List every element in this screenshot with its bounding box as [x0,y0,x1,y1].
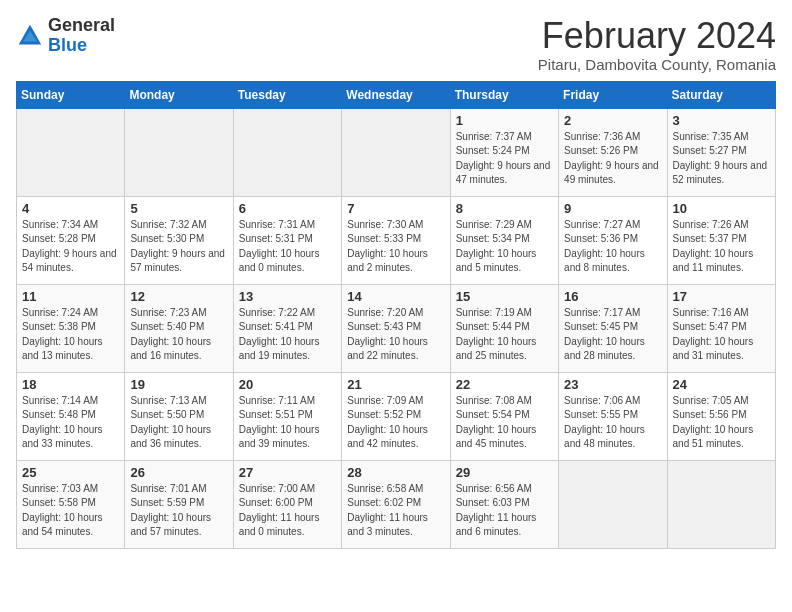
day-info: Sunrise: 7:22 AM Sunset: 5:41 PM Dayligh… [239,306,336,364]
day-info: Sunrise: 7:03 AM Sunset: 5:58 PM Dayligh… [22,482,119,540]
day-number: 16 [564,289,661,304]
calendar-cell: 12Sunrise: 7:23 AM Sunset: 5:40 PM Dayli… [125,284,233,372]
logo: General Blue [16,16,115,56]
calendar-cell: 5Sunrise: 7:32 AM Sunset: 5:30 PM Daylig… [125,196,233,284]
calendar-table: SundayMondayTuesdayWednesdayThursdayFrid… [16,81,776,549]
day-number: 17 [673,289,770,304]
day-info: Sunrise: 7:30 AM Sunset: 5:33 PM Dayligh… [347,218,444,276]
day-info: Sunrise: 7:31 AM Sunset: 5:31 PM Dayligh… [239,218,336,276]
day-info: Sunrise: 7:08 AM Sunset: 5:54 PM Dayligh… [456,394,553,452]
day-number: 27 [239,465,336,480]
calendar-cell: 26Sunrise: 7:01 AM Sunset: 5:59 PM Dayli… [125,460,233,548]
day-info: Sunrise: 7:11 AM Sunset: 5:51 PM Dayligh… [239,394,336,452]
day-number: 2 [564,113,661,128]
calendar-cell: 7Sunrise: 7:30 AM Sunset: 5:33 PM Daylig… [342,196,450,284]
calendar-cell: 28Sunrise: 6:58 AM Sunset: 6:02 PM Dayli… [342,460,450,548]
page-header: General Blue February 2024 Pitaru, Dambo… [16,16,776,73]
day-number: 15 [456,289,553,304]
day-info: Sunrise: 6:56 AM Sunset: 6:03 PM Dayligh… [456,482,553,540]
day-number: 11 [22,289,119,304]
calendar-cell: 15Sunrise: 7:19 AM Sunset: 5:44 PM Dayli… [450,284,558,372]
calendar-cell: 27Sunrise: 7:00 AM Sunset: 6:00 PM Dayli… [233,460,341,548]
calendar-header: SundayMondayTuesdayWednesdayThursdayFrid… [17,81,776,108]
weekday-header-saturday: Saturday [667,81,775,108]
calendar-cell [342,108,450,196]
calendar-cell: 22Sunrise: 7:08 AM Sunset: 5:54 PM Dayli… [450,372,558,460]
calendar-cell: 24Sunrise: 7:05 AM Sunset: 5:56 PM Dayli… [667,372,775,460]
day-info: Sunrise: 7:13 AM Sunset: 5:50 PM Dayligh… [130,394,227,452]
calendar-cell: 3Sunrise: 7:35 AM Sunset: 5:27 PM Daylig… [667,108,775,196]
calendar-cell: 16Sunrise: 7:17 AM Sunset: 5:45 PM Dayli… [559,284,667,372]
day-number: 5 [130,201,227,216]
day-info: Sunrise: 7:00 AM Sunset: 6:00 PM Dayligh… [239,482,336,540]
calendar-cell: 17Sunrise: 7:16 AM Sunset: 5:47 PM Dayli… [667,284,775,372]
day-info: Sunrise: 7:14 AM Sunset: 5:48 PM Dayligh… [22,394,119,452]
calendar-cell: 11Sunrise: 7:24 AM Sunset: 5:38 PM Dayli… [17,284,125,372]
day-number: 9 [564,201,661,216]
day-number: 23 [564,377,661,392]
day-number: 10 [673,201,770,216]
logo-icon [16,22,44,50]
day-number: 29 [456,465,553,480]
calendar-cell: 8Sunrise: 7:29 AM Sunset: 5:34 PM Daylig… [450,196,558,284]
calendar-week-row: 25Sunrise: 7:03 AM Sunset: 5:58 PM Dayli… [17,460,776,548]
calendar-cell [667,460,775,548]
calendar-cell: 4Sunrise: 7:34 AM Sunset: 5:28 PM Daylig… [17,196,125,284]
calendar-cell: 20Sunrise: 7:11 AM Sunset: 5:51 PM Dayli… [233,372,341,460]
weekday-header-wednesday: Wednesday [342,81,450,108]
day-number: 20 [239,377,336,392]
day-info: Sunrise: 7:27 AM Sunset: 5:36 PM Dayligh… [564,218,661,276]
calendar-week-row: 11Sunrise: 7:24 AM Sunset: 5:38 PM Dayli… [17,284,776,372]
calendar-body: 1Sunrise: 7:37 AM Sunset: 5:24 PM Daylig… [17,108,776,548]
calendar-cell: 10Sunrise: 7:26 AM Sunset: 5:37 PM Dayli… [667,196,775,284]
calendar-cell: 29Sunrise: 6:56 AM Sunset: 6:03 PM Dayli… [450,460,558,548]
day-number: 21 [347,377,444,392]
day-info: Sunrise: 7:01 AM Sunset: 5:59 PM Dayligh… [130,482,227,540]
calendar-cell: 23Sunrise: 7:06 AM Sunset: 5:55 PM Dayli… [559,372,667,460]
day-number: 13 [239,289,336,304]
weekday-header-thursday: Thursday [450,81,558,108]
calendar-subtitle: Pitaru, Dambovita County, Romania [538,56,776,73]
day-info: Sunrise: 7:24 AM Sunset: 5:38 PM Dayligh… [22,306,119,364]
day-number: 28 [347,465,444,480]
day-info: Sunrise: 7:06 AM Sunset: 5:55 PM Dayligh… [564,394,661,452]
day-number: 14 [347,289,444,304]
day-number: 18 [22,377,119,392]
day-number: 26 [130,465,227,480]
calendar-week-row: 4Sunrise: 7:34 AM Sunset: 5:28 PM Daylig… [17,196,776,284]
calendar-week-row: 18Sunrise: 7:14 AM Sunset: 5:48 PM Dayli… [17,372,776,460]
calendar-cell: 9Sunrise: 7:27 AM Sunset: 5:36 PM Daylig… [559,196,667,284]
calendar-cell: 2Sunrise: 7:36 AM Sunset: 5:26 PM Daylig… [559,108,667,196]
logo-general: General [48,16,115,36]
calendar-cell: 25Sunrise: 7:03 AM Sunset: 5:58 PM Dayli… [17,460,125,548]
day-info: Sunrise: 7:36 AM Sunset: 5:26 PM Dayligh… [564,130,661,188]
calendar-cell: 13Sunrise: 7:22 AM Sunset: 5:41 PM Dayli… [233,284,341,372]
day-info: Sunrise: 7:37 AM Sunset: 5:24 PM Dayligh… [456,130,553,188]
day-number: 8 [456,201,553,216]
day-number: 12 [130,289,227,304]
day-info: Sunrise: 7:09 AM Sunset: 5:52 PM Dayligh… [347,394,444,452]
calendar-cell: 14Sunrise: 7:20 AM Sunset: 5:43 PM Dayli… [342,284,450,372]
title-block: February 2024 Pitaru, Dambovita County, … [538,16,776,73]
day-number: 1 [456,113,553,128]
day-number: 22 [456,377,553,392]
day-number: 25 [22,465,119,480]
calendar-cell: 1Sunrise: 7:37 AM Sunset: 5:24 PM Daylig… [450,108,558,196]
day-number: 4 [22,201,119,216]
weekday-header-sunday: Sunday [17,81,125,108]
weekday-header-tuesday: Tuesday [233,81,341,108]
calendar-cell [125,108,233,196]
weekday-header-row: SundayMondayTuesdayWednesdayThursdayFrid… [17,81,776,108]
day-number: 7 [347,201,444,216]
logo-text: General Blue [48,16,115,56]
day-info: Sunrise: 6:58 AM Sunset: 6:02 PM Dayligh… [347,482,444,540]
day-info: Sunrise: 7:20 AM Sunset: 5:43 PM Dayligh… [347,306,444,364]
day-info: Sunrise: 7:17 AM Sunset: 5:45 PM Dayligh… [564,306,661,364]
calendar-cell: 21Sunrise: 7:09 AM Sunset: 5:52 PM Dayli… [342,372,450,460]
calendar-cell: 18Sunrise: 7:14 AM Sunset: 5:48 PM Dayli… [17,372,125,460]
day-info: Sunrise: 7:34 AM Sunset: 5:28 PM Dayligh… [22,218,119,276]
day-number: 24 [673,377,770,392]
calendar-cell [559,460,667,548]
day-info: Sunrise: 7:16 AM Sunset: 5:47 PM Dayligh… [673,306,770,364]
calendar-cell: 6Sunrise: 7:31 AM Sunset: 5:31 PM Daylig… [233,196,341,284]
